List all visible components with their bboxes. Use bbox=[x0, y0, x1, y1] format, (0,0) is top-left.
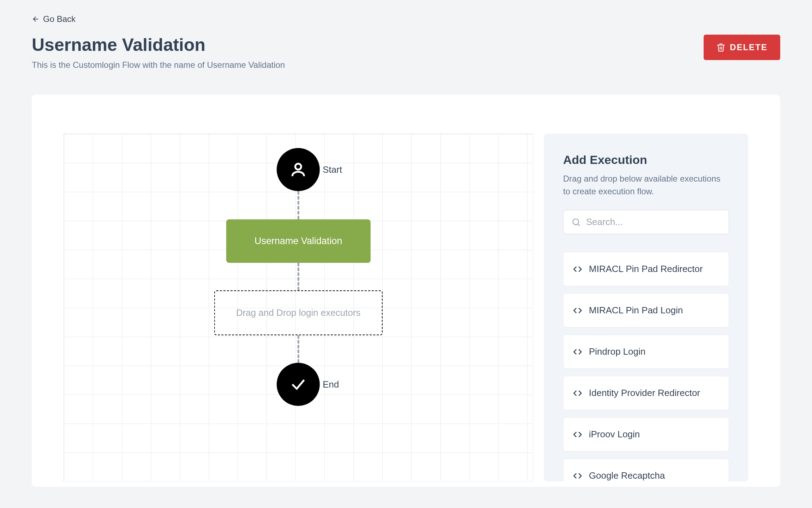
code-icon bbox=[573, 306, 583, 315]
execution-item[interactable]: MIRACL Pin Pad Login bbox=[563, 293, 729, 327]
flow-end-node[interactable]: End bbox=[277, 363, 320, 406]
arrow-left-icon bbox=[32, 15, 40, 23]
execution-item-label: iProov Login bbox=[589, 429, 640, 440]
sidebar-title: Add Execution bbox=[563, 153, 729, 167]
flow-start-label: Start bbox=[323, 164, 342, 175]
execution-item-label: MIRACL Pin Pad Login bbox=[589, 305, 683, 316]
execution-item[interactable]: Google Recaptcha bbox=[563, 459, 729, 482]
search-icon bbox=[571, 217, 581, 227]
delete-button[interactable]: DELETE bbox=[704, 35, 780, 60]
check-icon bbox=[289, 376, 307, 393]
code-icon bbox=[573, 347, 583, 357]
code-icon bbox=[573, 430, 583, 439]
sidebar-description: Drag and drop below available executions… bbox=[563, 172, 729, 198]
search-field-wrapper[interactable] bbox=[563, 210, 729, 234]
go-back-link[interactable]: Go Back bbox=[32, 14, 76, 24]
svg-point-2 bbox=[573, 219, 579, 224]
execution-item-label: Google Recaptcha bbox=[589, 470, 665, 481]
execution-item[interactable]: iProov Login bbox=[563, 417, 729, 451]
execution-item[interactable]: Identity Provider Redirector bbox=[563, 376, 729, 410]
execution-item-label: Pindrop Login bbox=[589, 346, 645, 357]
flow-start-node[interactable]: Start bbox=[277, 148, 320, 191]
flow-dropzone[interactable]: Drag and Drop login executors bbox=[214, 290, 383, 335]
user-icon bbox=[289, 161, 307, 178]
execution-item-label: Identity Provider Redirector bbox=[589, 388, 700, 398]
svg-point-1 bbox=[295, 164, 301, 170]
flow-canvas[interactable]: Start Username Validation Drag and Drop … bbox=[64, 134, 533, 482]
flow-end-label: End bbox=[323, 379, 339, 390]
flow-connector bbox=[297, 263, 299, 290]
code-icon bbox=[573, 388, 583, 398]
execution-item[interactable]: Pindrop Login bbox=[563, 335, 729, 369]
flow-execution-node[interactable]: Username Validation bbox=[226, 219, 371, 263]
svg-line-3 bbox=[578, 224, 580, 226]
flow-connector bbox=[297, 335, 299, 363]
go-back-label: Go Back bbox=[43, 14, 76, 24]
code-icon bbox=[573, 471, 583, 481]
page-subtitle: This is the Customlogin Flow with the na… bbox=[32, 60, 285, 70]
execution-item-label: MIRACL Pin Pad Redirector bbox=[589, 264, 703, 274]
trash-icon bbox=[716, 43, 726, 52]
search-input[interactable] bbox=[586, 217, 721, 228]
code-icon bbox=[573, 264, 583, 274]
flow-connector bbox=[297, 191, 299, 219]
execution-item[interactable]: MIRACL Pin Pad Redirector bbox=[563, 252, 729, 286]
page-title: Username Validation bbox=[32, 35, 285, 55]
delete-button-label: DELETE bbox=[730, 42, 768, 52]
add-execution-panel: Add Execution Drag and drop below availa… bbox=[544, 134, 748, 482]
